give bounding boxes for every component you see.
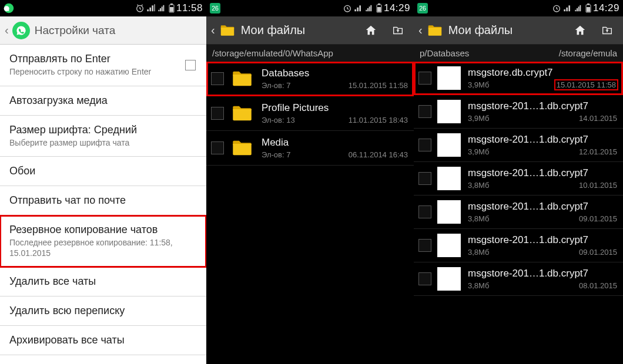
row-checkbox[interactable]: [418, 205, 431, 218]
file-meta: MediaЭл-ов: 706.11.2014 16:43: [262, 137, 408, 159]
settings-row[interactable]: Обои: [0, 157, 206, 186]
settings-row[interactable]: Отправить чат по почте: [0, 186, 206, 215]
clock-text: 14:29: [593, 2, 619, 14]
file-name: Databases: [262, 68, 408, 79]
file-row[interactable]: MediaЭл-ов: 706.11.2014 16:43: [206, 131, 414, 166]
row-checkbox[interactable]: [211, 141, 224, 154]
whatsapp-icon[interactable]: [12, 22, 30, 39]
row-checkbox[interactable]: [418, 272, 431, 285]
svg-rect-16: [587, 7, 590, 12]
action-bar: ‹ Мои файлы: [414, 16, 623, 45]
row-checkbox[interactable]: [418, 239, 431, 252]
file-sub: 3,8Мб: [468, 181, 489, 190]
file-meta: msgstore-201…1.db.crypt73,8Мб08.01.2015: [468, 268, 617, 290]
settings-row[interactable]: Удалить всю переписку: [0, 296, 206, 326]
clock-text: 11:58: [176, 2, 203, 14]
file-icon: [437, 267, 461, 291]
phone-myfiles-whatsapp: 26 14:29 ‹ Мои файлы /storage/emulated/0…: [206, 0, 414, 364]
breadcrumb[interactable]: /storage/emulated/0/WhatsApp: [206, 45, 414, 62]
file-date: 12.01.2015: [579, 147, 617, 156]
file-sub: 3,9Мб: [468, 80, 489, 89]
folder-icon: [230, 136, 254, 160]
alarm-icon: [343, 4, 352, 13]
breadcrumb[interactable]: p/Databases /storage/emula: [414, 45, 623, 62]
row-checkbox[interactable]: [418, 139, 431, 151]
settings-row[interactable]: Удалить все чаты: [0, 267, 206, 296]
up-folder-button[interactable]: [387, 19, 409, 42]
settings-row[interactable]: Автозагрузка медиа: [0, 86, 206, 116]
file-date: 10.01.2015: [579, 181, 617, 190]
phone-whatsapp-settings: 11:58 ‹ Настройки чата Отправлять по Ent…: [0, 0, 206, 364]
folder-icon: [426, 22, 444, 39]
whatsapp-status-icon: [4, 3, 14, 14]
file-list: msgstore.db.crypt73,9Мб15.01.2015 11:58m…: [414, 62, 623, 363]
file-sub: Эл-ов: 13: [262, 116, 295, 124]
home-button[interactable]: [360, 19, 382, 42]
file-row[interactable]: msgstore-201…1.db.crypt73,8Мб09.01.2015: [414, 229, 623, 262]
checkbox[interactable]: [185, 60, 196, 70]
row-checkbox[interactable]: [211, 107, 224, 120]
svg-rect-4: [170, 7, 173, 12]
file-row[interactable]: DatabasesЭл-ов: 715.01.2015 11:58: [206, 62, 414, 96]
file-date: 09.01.2015: [579, 248, 617, 257]
settings-row[interactable]: Резервное копирование чатовПоследнее рез…: [0, 215, 206, 267]
file-name: msgstore-201…1.db.crypt7: [468, 268, 617, 279]
page-title: Мои файлы: [448, 23, 564, 37]
svg-rect-9: [378, 4, 380, 5]
row-checkbox[interactable]: [211, 72, 224, 85]
signal-icon-2: [158, 4, 167, 13]
file-row[interactable]: msgstore-201…1.db.crypt73,9Мб12.01.2015: [414, 129, 623, 162]
back-caret-icon[interactable]: ‹: [418, 23, 423, 37]
svg-rect-3: [170, 4, 173, 5]
settings-row[interactable]: Размер шрифта: СреднийВыберите размер шр…: [0, 116, 206, 157]
row-title: Автозагрузка медиа: [9, 95, 197, 107]
file-row[interactable]: msgstore.db.crypt73,9Мб15.01.2015 11:58: [414, 62, 623, 95]
row-checkbox[interactable]: [418, 105, 431, 118]
signal-icon: [146, 4, 156, 13]
file-row[interactable]: msgstore-201…1.db.crypt73,9Мб14.01.2015: [414, 95, 623, 129]
svg-text:26: 26: [419, 5, 426, 12]
app-status-icon: 26: [210, 3, 220, 14]
battery-icon: [585, 4, 591, 13]
row-checkbox[interactable]: [418, 72, 431, 85]
file-date: 15.01.2015 11:58: [349, 81, 408, 90]
up-folder-button[interactable]: [596, 19, 618, 42]
file-row[interactable]: msgstore-201…1.db.crypt73,8Мб08.01.2015: [414, 262, 623, 296]
file-sub: 3,9Мб: [468, 114, 489, 123]
battery-icon: [376, 4, 382, 13]
row-title: Отправлять по Enter: [9, 53, 197, 65]
row-title: Отправить чат по почте: [9, 194, 197, 207]
file-row[interactable]: Profile PicturesЭл-ов: 1311.01.2015 18:4…: [206, 96, 414, 131]
row-title: Удалить все чаты: [9, 275, 197, 288]
file-sub: 3,8Мб: [468, 281, 489, 290]
file-sub: Эл-ов: 7: [262, 81, 290, 90]
file-meta: msgstore-201…1.db.crypt73,8Мб09.01.2015: [468, 234, 617, 257]
file-row[interactable]: msgstore-201…1.db.crypt73,8Мб10.01.2015: [414, 162, 623, 196]
folder-icon: [219, 22, 236, 39]
file-icon: [437, 133, 461, 157]
signal-icon: [354, 4, 363, 13]
clock-text: 14:29: [384, 2, 410, 14]
file-sub: 3,8Мб: [468, 248, 489, 257]
file-row[interactable]: msgstore-201…1.db.crypt73,8Мб09.01.2015: [414, 196, 623, 229]
back-caret-icon[interactable]: ‹: [211, 23, 215, 37]
file-name: msgstore-201…1.db.crypt7: [468, 134, 617, 146]
row-title: Удалить всю переписку: [9, 305, 197, 317]
home-button[interactable]: [569, 19, 591, 42]
row-title: Резервное копирование чатов: [9, 224, 197, 236]
file-name: Profile Pictures: [262, 102, 408, 114]
file-name: Media: [262, 137, 408, 149]
file-meta: msgstore.db.crypt73,9Мб15.01.2015 11:58: [468, 67, 617, 89]
status-bar: 11:58: [0, 0, 206, 16]
file-name: msgstore-201…1.db.crypt7: [468, 167, 617, 179]
back-caret-icon[interactable]: ‹: [5, 23, 9, 37]
row-checkbox[interactable]: [418, 172, 431, 185]
breadcrumb-right: /storage/emula: [559, 48, 617, 58]
action-bar: ‹ Настройки чата: [0, 16, 206, 45]
file-name: msgstore-201…1.db.crypt7: [468, 234, 617, 246]
settings-list: Отправлять по EnterПереносить строку по …: [0, 45, 206, 364]
settings-row[interactable]: Отправлять по EnterПереносить строку по …: [0, 45, 206, 86]
file-date: 15.01.2015 11:58: [555, 80, 617, 89]
settings-row[interactable]: Архивировать все чаты: [0, 326, 206, 355]
file-name: msgstore.db.crypt7: [468, 67, 617, 79]
